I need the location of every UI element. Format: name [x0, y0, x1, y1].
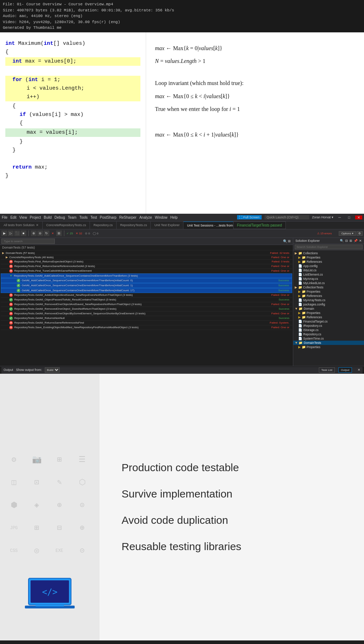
toolbar-run-selected[interactable]: ▷ — [8, 230, 14, 236]
tab-unit-test-explorer[interactable]: Unit Test Explorer — [151, 222, 183, 229]
search-icon[interactable]: 🔍 — [283, 239, 287, 243]
menu-postsharp[interactable]: PostSharp — [100, 215, 117, 219]
cs-icon: 📄 — [298, 281, 302, 285]
test-row-subitem[interactable]: ✓ GetAll_AddCalledOnce_SequenceContainsO… — [1, 288, 292, 293]
menu-project[interactable]: Project — [30, 215, 41, 219]
se-item-listelement[interactable]: 📄 ListElement.cs — [293, 272, 364, 277]
folder-icon: ▼ 📁 — [295, 341, 303, 345]
test-row[interactable]: ✓ RepositoryTests.GetAll_ObjectPassedToA… — [1, 298, 292, 302]
se-item-references[interactable]: ▶ 📁 References — [293, 260, 364, 264]
menu-test[interactable]: Test — [91, 215, 97, 219]
se-item-packages[interactable]: 📄 packages.config — [293, 302, 364, 307]
test-row-selected[interactable]: ▼ RepositoryTests.GetAll_AddCalledOnce_S… — [1, 273, 292, 278]
se-icons[interactable]: 🔍 ⊟ ⊞ 📌 ✕ — [340, 239, 362, 243]
quick-launch-input[interactable]: Quick Launch (Ctrl+Q) — [264, 215, 309, 219]
se-search-icon[interactable]: 🔍 — [340, 239, 344, 243]
test-row[interactable]: ✕ RepositoryTests.GetAll_ReturnsSameRefe… — [1, 321, 292, 325]
tab-all-tests[interactable]: All tests from Solution ✕ — [0, 222, 43, 229]
tab-concrete-repo[interactable]: ConcreteRepositoryTests.cs — [43, 222, 90, 229]
test-row[interactable]: ✕ RepositoryTests.GetAll_AddedObjectAndS… — [1, 293, 292, 298]
test-row[interactable]: ✕ RepositoryTests.GetAll_RemovedOneObjec… — [1, 302, 292, 307]
test-row[interactable]: ✕ RepositoryTests.Find_ReturnsExpectedOb… — [1, 260, 292, 264]
se-item-irepository[interactable]: 📄 IRepository.cs — [293, 324, 364, 328]
menu-debug[interactable]: Debug — [54, 215, 65, 219]
se-search-input[interactable] — [295, 245, 363, 249]
toolbar-debug[interactable]: ⬛ — [14, 230, 20, 236]
menu-file[interactable]: File — [2, 215, 7, 219]
menu-tools[interactable]: Tools — [79, 215, 87, 219]
se-pin-icon[interactable]: 📌 — [354, 239, 358, 243]
minimize-btn[interactable]: ─ — [336, 215, 343, 219]
se-item-repository[interactable]: 📄 Repository.cs — [293, 332, 364, 336]
maximize-btn[interactable]: □ — [346, 215, 352, 219]
test-row[interactable]: ✕ RepositoryTests.Find_ReturnsSameRefere… — [1, 264, 292, 269]
se-item-collectiontests[interactable]: ▶ 📁 CollectionTests — [293, 285, 364, 289]
toolbar-run-all[interactable]: ▶ — [1, 230, 7, 236]
se-expand-icon[interactable]: ⊞ — [349, 239, 352, 243]
expand-icon[interactable]: ⊞ — [288, 239, 291, 243]
math-line-3: Loop invariant (which must hold true): — [155, 78, 355, 89]
output-tab[interactable]: Output — [338, 367, 352, 373]
se-item-myarray[interactable]: 📄 MyArray.cs — [293, 277, 364, 281]
se-item-properties2[interactable]: ▶ 📁 Properties — [293, 289, 364, 294]
ide-toolbar[interactable]: ▶ ▷ ⬛ ■ ⊕ ⊖ ↻ ✕ ⊞ ✓ 25 ✕ 32 ⊙ 0 ◯ 0 ⚠ 15… — [0, 229, 364, 238]
test-row[interactable]: ▶ ConcreteRepositoryTests (40 tests) Fai… — [1, 255, 292, 260]
ide-menubar[interactable]: File Edit View Project Build Debug Team … — [0, 214, 364, 222]
output-source-select[interactable]: Build — [45, 367, 60, 373]
task-list-tab[interactable]: Task List — [319, 367, 335, 373]
se-item-systemtime[interactable]: 📄 SystemTime.cs — [293, 336, 364, 341]
menu-view[interactable]: View — [19, 215, 27, 219]
menu-help[interactable]: Help — [170, 215, 178, 219]
solution-explorer: Solution Explorer 🔍 ⊟ ⊞ 📌 ✕ ▶ 📁 Collecti… — [293, 238, 364, 366]
se-item-properties3[interactable]: ▶ 📁 Properties — [293, 311, 364, 315]
test-row[interactable]: ▶ DomainTests (57 tests) Failed: 32 test… — [1, 251, 292, 255]
test-row[interactable]: ✕ RepositoryTests.Find_TuneCallsWithSame… — [1, 269, 292, 273]
menu-analyze[interactable]: Analyze — [139, 215, 152, 219]
se-item-properties[interactable]: ▶ 📁 Properties — [293, 255, 364, 260]
test-row[interactable]: ✕ RepositoryTests.GetAll_RemovedOneObjec… — [1, 312, 292, 316]
toolbar-btn5[interactable]: ⊕ — [31, 230, 37, 236]
menu-edit[interactable]: Edit — [10, 215, 16, 219]
se-close-icon[interactable]: ✕ — [359, 239, 362, 243]
test-row[interactable]: ✓ RepositoryTests.GetAll_ReturnsNonNull … — [1, 316, 292, 321]
test-row-subitem[interactable]: ✓ GetAll_AddCalledOnce_SequenceContainsO… — [1, 283, 292, 288]
se-item-references3[interactable]: ▶ 📁 References — [293, 315, 364, 319]
options-btn[interactable]: Options ▾ — [339, 231, 356, 236]
menu-window[interactable]: Window — [155, 215, 168, 219]
bg-icon: ◎ — [28, 542, 46, 560]
se-collapse-icon[interactable]: ⊟ — [345, 239, 348, 243]
tab-repo-tests[interactable]: RepositoryTests.cs — [117, 222, 151, 229]
settings-btn[interactable]: ⚙ — [357, 231, 363, 236]
toolbar-group[interactable]: ⊞ — [56, 230, 62, 236]
test-search-input[interactable] — [1, 239, 55, 244]
tab-repository[interactable]: Repository.cs — [90, 222, 117, 229]
toolbar-stop[interactable]: ■ — [21, 230, 26, 236]
se-item-mylinkedlist[interactable]: 📄 MyLinkedList.cs — [293, 281, 364, 285]
bullet-3: Avoid code duplication — [122, 514, 346, 526]
close-output-icon[interactable]: ✕ — [358, 368, 360, 372]
bg-icon: ⬡ — [73, 474, 91, 491]
toolbar-btn6[interactable]: ⊖ — [37, 230, 43, 236]
menu-team[interactable]: Team — [68, 215, 76, 219]
fullscreen-btn[interactable]: ⛶ Full Screen — [237, 215, 262, 219]
bg-icons: ⚙ 📷 ⊞ ☰ ◫ ⊡ ✎ ⬡ ⬢ ◈ ⊕ ⊙ JPG ⊞ ⊟ ⊕ CSS ◎ … — [5, 451, 95, 563]
se-item-domaintests[interactable]: ▼ 📁 DomainTests — [293, 341, 364, 345]
se-item-references2[interactable]: ▶ 📁 References — [293, 294, 364, 298]
se-item-financialtarget[interactable]: 📄 FinancialTarget.cs — [293, 319, 364, 324]
se-item-domain[interactable]: ▼ 📁 Domain — [293, 307, 364, 311]
test-row[interactable]: ✓ RepositoryTests.GetAll_RemovedOneObjec… — [1, 307, 292, 312]
menu-build[interactable]: Build — [44, 215, 52, 219]
test-row[interactable]: ✕ RepositoryTests.Save_ExistingObjectMod… — [1, 325, 292, 330]
se-item-myarraytests[interactable]: 📄 MyArrayTests.cs — [293, 298, 364, 302]
se-item-appconfig[interactable]: 📄 App.config — [293, 264, 364, 268]
se-item-imylist[interactable]: 📄 iMyList.cs — [293, 268, 364, 272]
bg-icon: 📷 — [28, 451, 46, 469]
se-item-properties4[interactable]: ▶ 📁 Properties — [293, 345, 364, 349]
close-btn[interactable]: ✕ — [355, 215, 362, 219]
menu-resharper[interactable]: ReSharper — [119, 215, 136, 219]
output-panel: Output Show output from: Build Task List… — [0, 366, 364, 374]
toolbar-btn7[interactable]: ↻ — [44, 230, 49, 236]
se-item-collections[interactable]: ▶ 📁 Collections — [293, 251, 364, 255]
test-row-subitem[interactable]: ✓ GetAll_AddCalledOnce_SequenceContainsO… — [1, 278, 292, 283]
se-item-istorage[interactable]: 📄 IStorage.cs — [293, 328, 364, 332]
